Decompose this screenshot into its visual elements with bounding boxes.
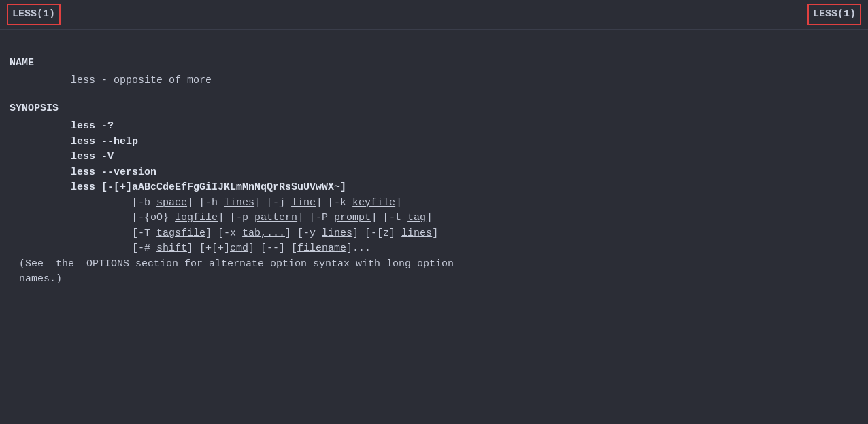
header-title-left: LESS(1) bbox=[7, 4, 61, 25]
synopsis-line-2: less --help bbox=[71, 135, 858, 150]
synopsis-section: SYNOPSIS less -? less --help less -V les… bbox=[10, 101, 858, 287]
synopsis-note-line-2: names.) bbox=[19, 272, 858, 287]
synopsis-section-header: SYNOPSIS bbox=[10, 101, 858, 117]
synopsis-options: [-b space] [-h lines] [-j line] [-k keyf… bbox=[71, 196, 858, 257]
synopsis-lines: less -? less --help less -V less --versi… bbox=[10, 119, 858, 257]
synopsis-option-line-4: [-# shift] [+[+]cmd] [--] [filename]... bbox=[132, 241, 858, 257]
name-description: less - opposite of more bbox=[10, 73, 858, 89]
terminal-window: LESS(1) LESS(1) NAME less - opposite of … bbox=[0, 0, 868, 424]
synopsis-line-3: less -V bbox=[71, 149, 858, 165]
synopsis-option-line-2: [-{oO} logfile] [-p pattern] [-P prompt]… bbox=[132, 211, 858, 226]
content-area: NAME less - opposite of more SYNOPSIS le… bbox=[0, 30, 868, 297]
synopsis-note-line-1: (See the OPTIONS section for alternate o… bbox=[19, 257, 858, 272]
synopsis-line-1: less -? bbox=[71, 119, 858, 135]
name-section-header: NAME bbox=[10, 56, 858, 71]
synopsis-note: (See the OPTIONS section for alternate o… bbox=[10, 257, 858, 287]
synopsis-line-4: less --version bbox=[71, 165, 858, 181]
synopsis-option-line-1: [-b space] [-h lines] [-j line] [-k keyf… bbox=[132, 196, 858, 211]
synopsis-option-line-3: [-T tagsfile] [-x tab,...] [-y lines] [-… bbox=[132, 226, 858, 242]
header-bar: LESS(1) LESS(1) bbox=[0, 0, 868, 30]
header-title-right: LESS(1) bbox=[807, 4, 861, 25]
name-section: NAME less - opposite of more bbox=[10, 56, 858, 89]
synopsis-line-5: less [-[+]aABcCdeEfFgGiIJKLmMnNqQrRsSuUV… bbox=[71, 180, 858, 196]
